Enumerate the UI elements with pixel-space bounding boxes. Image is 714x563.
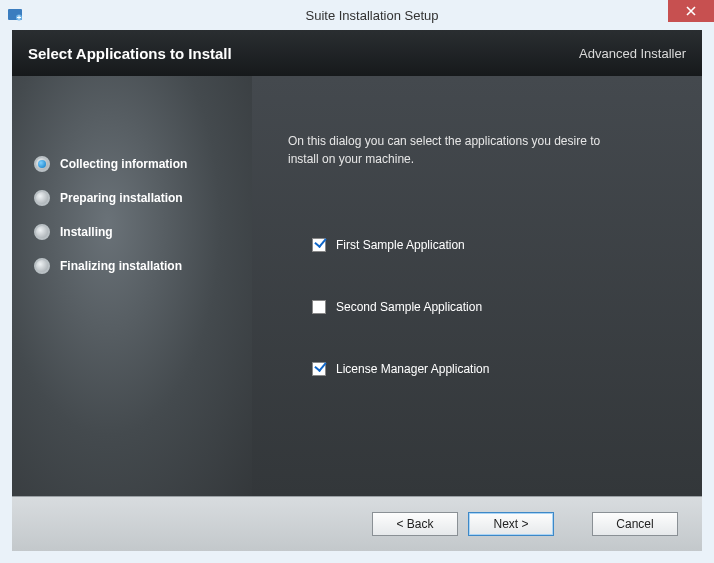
panel: On this dialog you can select the applic…	[252, 76, 702, 496]
radio-icon	[34, 224, 50, 240]
next-button[interactable]: Next >	[468, 512, 554, 536]
app-label: First Sample Application	[336, 238, 465, 252]
brand-label: Advanced Installer	[579, 46, 686, 61]
sidebar: Collecting information Preparing install…	[12, 76, 252, 496]
app-label: License Manager Application	[336, 362, 489, 376]
close-button[interactable]	[668, 0, 714, 22]
content-wrap: Select Applications to Install Advanced …	[0, 30, 714, 563]
close-icon	[686, 6, 696, 16]
footer: < Back Next > Cancel	[12, 496, 702, 551]
app-label: Second Sample Application	[336, 300, 482, 314]
step-collecting: Collecting information	[34, 156, 252, 172]
step-label: Installing	[60, 225, 113, 239]
app-icon	[8, 7, 24, 23]
step-label: Collecting information	[60, 157, 187, 171]
step-installing: Installing	[34, 224, 252, 240]
step-preparing: Preparing installation	[34, 190, 252, 206]
radio-icon	[34, 258, 50, 274]
checkbox-icon	[312, 362, 326, 376]
main: Collecting information Preparing install…	[12, 76, 702, 496]
radio-icon	[34, 156, 50, 172]
back-button[interactable]: < Back	[372, 512, 458, 536]
checkbox-icon	[312, 300, 326, 314]
instruction-text: On this dialog you can select the applic…	[288, 132, 608, 168]
titlebar: Suite Installation Setup	[0, 0, 714, 30]
checkbox-icon	[312, 238, 326, 252]
header: Select Applications to Install Advanced …	[12, 30, 702, 76]
app-second-sample[interactable]: Second Sample Application	[312, 300, 666, 314]
step-label: Finalizing installation	[60, 259, 182, 273]
window-title: Suite Installation Setup	[30, 8, 714, 23]
step-finalizing: Finalizing installation	[34, 258, 252, 274]
page-title: Select Applications to Install	[28, 45, 232, 62]
app-license-manager[interactable]: License Manager Application	[312, 362, 666, 376]
radio-icon	[34, 190, 50, 206]
app-first-sample[interactable]: First Sample Application	[312, 238, 666, 252]
cancel-button[interactable]: Cancel	[592, 512, 678, 536]
step-label: Preparing installation	[60, 191, 183, 205]
